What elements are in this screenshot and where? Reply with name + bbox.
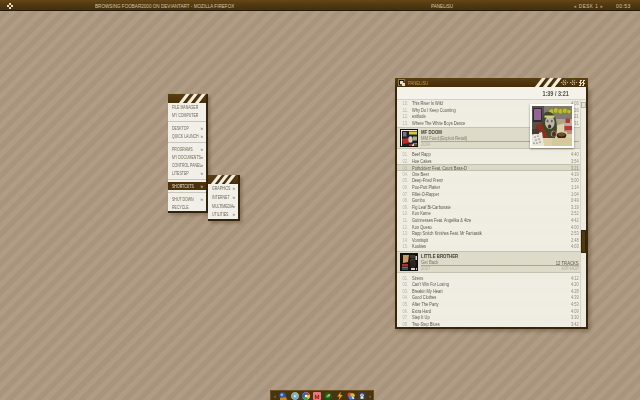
svg-text:M: M (315, 393, 320, 399)
